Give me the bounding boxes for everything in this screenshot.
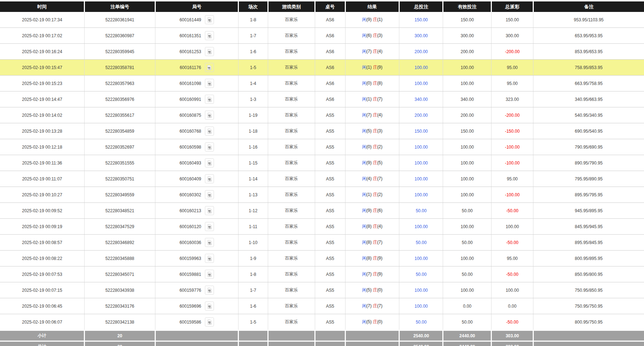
cell-time: 2025-02-19 00:11:07 <box>0 171 84 187</box>
cell-game: 百家乐 <box>268 187 315 203</box>
video-replay-icon[interactable] <box>205 238 214 247</box>
video-replay-icon[interactable] <box>205 206 214 215</box>
total-bet-value: 300.00 <box>415 33 428 38</box>
cell-time: 2025-02-19 00:09:19 <box>0 219 84 235</box>
cell-bet_id: 522280348521 <box>84 203 155 219</box>
footer-cell-result <box>345 341 399 346</box>
result-player-label: 闲 <box>362 240 366 245</box>
video-replay-icon[interactable] <box>205 142 214 151</box>
result-player-label: 闲 <box>362 208 366 213</box>
cell-time: 2025-02-19 00:06:45 <box>0 298 84 314</box>
cell-valid_bet: 150.00 <box>443 12 491 28</box>
cell-remark: 845.95/945.95 <box>533 219 644 235</box>
cell-session: 1-14 <box>238 171 268 187</box>
result-banker-value: (7) <box>377 176 383 181</box>
round-number: 600161098 <box>180 81 201 86</box>
cell-bet_id: 522280360987 <box>84 28 155 44</box>
cell-game: 百家乐 <box>268 314 315 330</box>
cell-bet_id: 522280359945 <box>84 44 155 60</box>
table-row[interactable]: 2025-02-19 00:11:07522280350751600160409… <box>0 171 644 187</box>
table-row[interactable]: 2025-02-19 00:10:27522280349559600160302… <box>0 187 644 203</box>
table-row[interactable]: 2025-02-19 00:06:07522280342138600159586… <box>0 314 644 330</box>
video-replay-icon[interactable] <box>205 190 214 199</box>
video-replay-icon[interactable] <box>205 317 214 326</box>
result-banker-label: 庄 <box>373 287 377 292</box>
table-row[interactable]: 2025-02-19 00:17:34522280361941600161449… <box>0 12 644 28</box>
video-replay-icon[interactable] <box>205 15 214 24</box>
result-player-value: (8) <box>366 224 373 229</box>
cell-table_no: AS6 <box>315 12 345 28</box>
round-number: 600159963 <box>180 256 201 261</box>
total-bet-value: 100.00 <box>415 161 428 166</box>
cell-payout: 95.00 <box>491 60 533 76</box>
video-replay-icon[interactable] <box>205 302 214 311</box>
cell-game: 百家乐 <box>268 155 315 171</box>
cell-remark: 653.95/953.95 <box>533 28 644 44</box>
video-replay-icon[interactable] <box>205 270 214 279</box>
result-player-label: 闲 <box>362 128 366 133</box>
table-row[interactable]: 2025-02-19 00:08:57522280346892600160036… <box>0 235 644 251</box>
table-row[interactable]: 2025-02-19 00:07:15522280343938600159776… <box>0 282 644 298</box>
video-replay-icon[interactable] <box>205 222 214 231</box>
video-replay-icon[interactable] <box>205 63 214 72</box>
round-number: 600160302 <box>180 192 201 197</box>
total-bet-value: 50.00 <box>416 240 426 245</box>
video-replay-icon[interactable] <box>205 95 214 104</box>
cell-total_bet: 50.00 <box>399 314 443 330</box>
table-row[interactable]: 2025-02-19 00:11:36522280351555600160493… <box>0 155 644 171</box>
cell-remark: 850.95/800.95 <box>533 266 644 282</box>
cell-session: 1-18 <box>238 123 268 139</box>
table-row[interactable]: 2025-02-19 00:14:02522280355617600160875… <box>0 107 644 123</box>
table-row[interactable]: 2025-02-19 00:09:19522280347529600160120… <box>0 219 644 235</box>
cell-time: 2025-02-19 00:15:47 <box>0 60 84 76</box>
cell-table_no: AS6 <box>315 28 345 44</box>
table-row[interactable]: 2025-02-19 00:09:52522280348521600160213… <box>0 203 644 219</box>
video-replay-icon[interactable] <box>205 158 214 167</box>
result-player-label: 闲 <box>362 49 366 54</box>
table-row[interactable]: 2025-02-19 00:07:53522280345071600159881… <box>0 266 644 282</box>
video-replay-icon[interactable] <box>205 31 214 40</box>
cell-valid_bet: 50.00 <box>443 314 491 330</box>
video-replay-icon[interactable] <box>205 47 214 56</box>
cell-session: 1-19 <box>238 107 268 123</box>
cell-session: 1-15 <box>238 155 268 171</box>
table-row[interactable]: 2025-02-19 00:17:02522280360987600161351… <box>0 28 644 44</box>
cell-bet_id: 522280357963 <box>84 76 155 91</box>
video-replay-icon[interactable] <box>205 174 214 183</box>
column-header-valid_bet: 有效投注 <box>443 1 491 12</box>
video-replay-icon[interactable] <box>205 127 214 136</box>
total-bet-value: 100.00 <box>415 192 428 197</box>
cell-bet_id: 522280343176 <box>84 298 155 314</box>
cell-result: 闲(6) 庄(3) <box>345 28 399 44</box>
grand-total-row: 总计202540.002440.00303.00 <box>0 341 644 346</box>
result-player-label: 闲 <box>362 176 366 181</box>
result-banker-label: 庄 <box>373 240 377 245</box>
video-replay-icon[interactable] <box>205 111 214 120</box>
cell-table_no: AS5 <box>315 203 345 219</box>
total-bet-value: 100.00 <box>415 145 428 150</box>
video-replay-icon[interactable] <box>205 79 214 88</box>
cell-game: 百家乐 <box>268 235 315 251</box>
result-banker-label: 庄 <box>373 256 377 261</box>
table-row[interactable]: 2025-02-19 00:16:24522280359945600161253… <box>0 44 644 60</box>
table-row[interactable]: 2025-02-19 00:12:18522280352697600160598… <box>0 139 644 155</box>
result-banker-value: (9) <box>377 256 383 261</box>
cell-result: 闲(7) 庄(7) <box>345 298 399 314</box>
cell-round: 600160120 <box>155 219 238 235</box>
table-row[interactable]: 2025-02-19 00:06:45522280343176600159696… <box>0 298 644 314</box>
cell-result: 闲(9) 庄(6) <box>345 203 399 219</box>
table-row[interactable]: 2025-02-19 00:08:22522280345888600159963… <box>0 251 644 266</box>
video-replay-icon[interactable] <box>205 286 214 295</box>
cell-table_no: AS6 <box>315 60 345 76</box>
table-row[interactable]: 2025-02-19 00:15:47522280358781600161176… <box>0 60 644 76</box>
total-bet-value: 200.00 <box>415 49 428 54</box>
result-player-label: 闲 <box>362 160 366 165</box>
cell-total_bet: 200.00 <box>399 107 443 123</box>
table-row[interactable]: 2025-02-19 00:14:47522280356976600160991… <box>0 91 644 107</box>
table-row[interactable]: 2025-02-19 00:13:28522280354859600160768… <box>0 123 644 139</box>
cell-game: 百家乐 <box>268 91 315 107</box>
cell-result: 闲(7) 庄(9) <box>345 266 399 282</box>
video-replay-icon[interactable] <box>205 254 214 263</box>
table-row[interactable]: 2025-02-19 00:15:23522280357963600161098… <box>0 76 644 91</box>
payout-value: 95.00 <box>507 176 518 181</box>
